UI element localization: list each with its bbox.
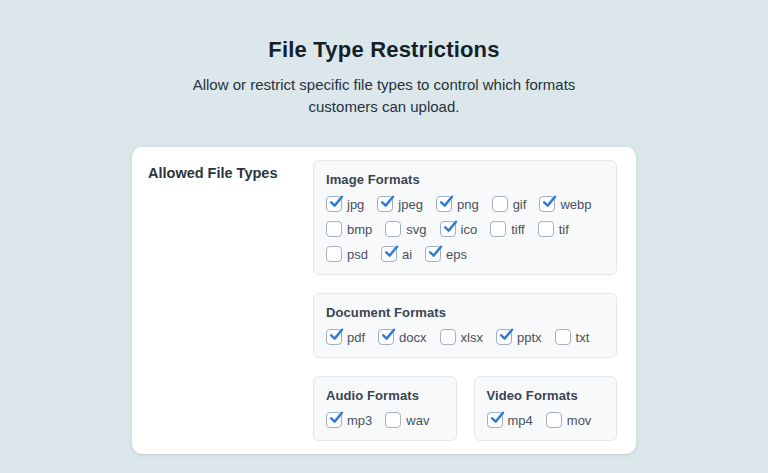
page-title: File Type Restrictions bbox=[0, 37, 768, 63]
checkbox-checked[interactable] bbox=[436, 196, 452, 212]
checkbox-label: eps bbox=[446, 247, 467, 262]
format-groups: Image Formatsjpgjpegpnggifwebpbmpsvgicot… bbox=[313, 160, 617, 441]
checkbox-checked[interactable] bbox=[326, 329, 342, 345]
checkbox-eps[interactable]: eps bbox=[425, 246, 467, 262]
check-icon bbox=[379, 194, 395, 210]
checkbox-label: txt bbox=[576, 330, 590, 345]
checkbox-label: gif bbox=[513, 197, 527, 212]
checkbox-gif[interactable]: gif bbox=[492, 196, 527, 212]
checkbox-label: mp4 bbox=[508, 413, 533, 428]
checkbox-row: pdfdocxxlsxpptxtxt bbox=[326, 329, 604, 345]
checkbox-label: pptx bbox=[517, 330, 542, 345]
checkbox-label: pdf bbox=[347, 330, 365, 345]
checkbox-ico[interactable]: ico bbox=[440, 221, 478, 237]
checkbox-checked[interactable] bbox=[487, 412, 503, 428]
checkbox-checked[interactable] bbox=[381, 246, 397, 262]
checkbox-mov[interactable]: mov bbox=[546, 412, 592, 428]
checkbox-unchecked[interactable] bbox=[385, 412, 401, 428]
checkbox-label: png bbox=[457, 197, 479, 212]
checkbox-txt[interactable]: txt bbox=[555, 329, 590, 345]
checkbox-pptx[interactable]: pptx bbox=[496, 329, 542, 345]
checkbox-mp3[interactable]: mp3 bbox=[326, 412, 372, 428]
checkbox-label: bmp bbox=[347, 222, 372, 237]
checkbox-label: xlsx bbox=[461, 330, 483, 345]
checkbox-webp[interactable]: webp bbox=[539, 196, 591, 212]
checkbox-label: jpeg bbox=[398, 197, 423, 212]
checkbox-unchecked[interactable] bbox=[538, 221, 554, 237]
checkbox-checked[interactable] bbox=[440, 221, 456, 237]
checkbox-label: jpg bbox=[347, 197, 364, 212]
checkbox-ai[interactable]: ai bbox=[381, 246, 412, 262]
checkbox-label: svg bbox=[406, 222, 426, 237]
checkbox-label: mp3 bbox=[347, 413, 372, 428]
group-title: Document Formats bbox=[326, 305, 604, 320]
checkbox-mp4[interactable]: mp4 bbox=[487, 412, 533, 428]
checkbox-label: wav bbox=[406, 413, 429, 428]
check-icon bbox=[328, 194, 344, 210]
check-icon bbox=[541, 194, 557, 210]
checkbox-label: docx bbox=[399, 330, 426, 345]
checkbox-unchecked[interactable] bbox=[490, 221, 506, 237]
checkbox-checked[interactable] bbox=[378, 329, 394, 345]
check-icon bbox=[438, 194, 454, 210]
checkbox-checked[interactable] bbox=[326, 196, 342, 212]
checkbox-psd[interactable]: psd bbox=[326, 246, 368, 262]
checkbox-label: psd bbox=[347, 247, 368, 262]
checkbox-checked[interactable] bbox=[539, 196, 555, 212]
page: File Type Restrictions Allow or restrict… bbox=[0, 0, 768, 473]
checkbox-row: bmpsvgicotifftif bbox=[326, 221, 604, 237]
checkbox-checked[interactable] bbox=[377, 196, 393, 212]
checkbox-tif[interactable]: tif bbox=[538, 221, 569, 237]
check-icon bbox=[442, 219, 458, 235]
checkbox-label: ai bbox=[402, 247, 412, 262]
checkbox-unchecked[interactable] bbox=[555, 329, 571, 345]
format-group-video-formats: Video Formatsmp4mov bbox=[474, 376, 618, 441]
group-title: Image Formats bbox=[326, 172, 604, 187]
checkbox-label: tif bbox=[559, 222, 569, 237]
format-group-audio-formats: Audio Formatsmp3wav bbox=[313, 376, 457, 441]
checkbox-label: ico bbox=[461, 222, 478, 237]
checkbox-jpeg[interactable]: jpeg bbox=[377, 196, 423, 212]
checkbox-row: mp3wav bbox=[326, 412, 444, 428]
checkbox-checked[interactable] bbox=[496, 329, 512, 345]
checkbox-png[interactable]: png bbox=[436, 196, 479, 212]
checkbox-row: psdaieps bbox=[326, 246, 604, 262]
checkbox-wav[interactable]: wav bbox=[385, 412, 429, 428]
checkbox-bmp[interactable]: bmp bbox=[326, 221, 372, 237]
check-icon bbox=[427, 244, 443, 260]
checkbox-unchecked[interactable] bbox=[326, 221, 342, 237]
check-icon bbox=[498, 327, 514, 343]
page-subtitle: Allow or restrict specific file types to… bbox=[184, 74, 584, 118]
checkbox-unchecked[interactable] bbox=[492, 196, 508, 212]
group-title: Video Formats bbox=[487, 388, 605, 403]
checkbox-label: mov bbox=[567, 413, 592, 428]
checkbox-row: mp4mov bbox=[487, 412, 605, 428]
checkbox-label: webp bbox=[560, 197, 591, 212]
checkbox-checked[interactable] bbox=[425, 246, 441, 262]
checkbox-unchecked[interactable] bbox=[326, 246, 342, 262]
check-icon bbox=[380, 327, 396, 343]
allowed-file-types-card: Allowed File Types Image Formatsjpgjpegp… bbox=[132, 147, 636, 454]
allowed-file-types-label: Allowed File Types bbox=[148, 160, 313, 181]
checkbox-unchecked[interactable] bbox=[440, 329, 456, 345]
page-header: File Type Restrictions Allow or restrict… bbox=[0, 0, 768, 118]
check-icon bbox=[383, 244, 399, 260]
check-icon bbox=[489, 410, 505, 426]
checkbox-label: tiff bbox=[511, 222, 525, 237]
checkbox-unchecked[interactable] bbox=[546, 412, 562, 428]
checkbox-pdf[interactable]: pdf bbox=[326, 329, 365, 345]
checkbox-unchecked[interactable] bbox=[385, 221, 401, 237]
checkbox-tiff[interactable]: tiff bbox=[490, 221, 525, 237]
check-icon bbox=[328, 410, 344, 426]
checkbox-xlsx[interactable]: xlsx bbox=[440, 329, 483, 345]
checkbox-svg[interactable]: svg bbox=[385, 221, 426, 237]
checkbox-docx[interactable]: docx bbox=[378, 329, 426, 345]
checkbox-jpg[interactable]: jpg bbox=[326, 196, 364, 212]
format-group-document-formats: Document Formatspdfdocxxlsxpptxtxt bbox=[313, 293, 617, 358]
group-title: Audio Formats bbox=[326, 388, 444, 403]
checkbox-row: jpgjpegpnggifwebp bbox=[326, 196, 604, 212]
checkbox-checked[interactable] bbox=[326, 412, 342, 428]
check-icon bbox=[328, 327, 344, 343]
format-group-image-formats: Image Formatsjpgjpegpnggifwebpbmpsvgicot… bbox=[313, 160, 617, 275]
